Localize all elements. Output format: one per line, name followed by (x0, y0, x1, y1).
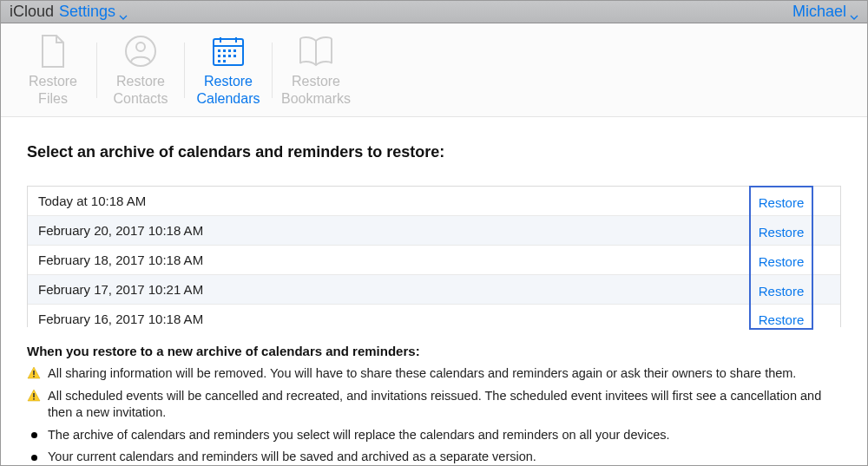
toolbar-item-label: Contacts (97, 90, 184, 107)
info-list: All sharing information will be removed.… (27, 365, 841, 466)
svg-rect-13 (233, 55, 236, 57)
warning-icon (27, 366, 41, 380)
restore-button[interactable]: Restore (751, 276, 812, 305)
toolbar-item-label: Restore (10, 73, 96, 89)
archive-timestamp: February 16, 2017 10:18 AM (38, 312, 830, 326)
restore-button[interactable]: Restore (751, 217, 812, 246)
archive-row[interactable]: Today at 10:18 AM (28, 187, 840, 216)
toolbar: Restore Files Restore Contacts (1, 23, 867, 117)
toolbar-item-label: Restore (97, 73, 184, 89)
calendar-icon (185, 33, 272, 69)
settings-label: Settings (59, 3, 115, 21)
svg-rect-7 (223, 49, 226, 52)
info-text: The archive of calendars and reminders y… (48, 427, 670, 444)
person-circle-icon (97, 33, 184, 69)
svg-rect-19 (33, 398, 35, 400)
info-item: All sharing information will be removed.… (27, 365, 841, 383)
file-icon (10, 33, 96, 69)
chevron-down-icon (850, 8, 858, 16)
svg-rect-6 (218, 49, 220, 52)
chevron-down-icon (119, 8, 128, 16)
toolbar-restore-contacts[interactable]: Restore Contacts (97, 26, 184, 113)
content-area: Select an archive of calendars and remin… (1, 117, 867, 466)
restore-button[interactable]: Restore (751, 246, 812, 276)
page-heading: Select an archive of calendars and remin… (27, 143, 841, 161)
archive-row[interactable]: February 20, 2017 10:18 AM (28, 216, 840, 246)
archive-timestamp: February 20, 2017 10:18 AM (38, 223, 830, 238)
restore-column-highlight: Restore Restore Restore Restore Restore (749, 186, 813, 330)
toolbar-item-label: Files (10, 90, 96, 107)
svg-rect-10 (218, 55, 220, 57)
toolbar-item-label: Bookmarks (273, 90, 359, 107)
bullet-icon (27, 429, 41, 443)
info-item: All scheduled events will be cancelled a… (27, 388, 841, 422)
info-item: The archive of calendars and reminders y… (27, 427, 841, 444)
archive-timestamp: February 17, 2017 10:21 AM (38, 282, 830, 297)
book-icon (273, 33, 359, 69)
toolbar-item-label: Calendars (185, 90, 272, 107)
toolbar-item-label: Restore (185, 73, 272, 89)
archive-row[interactable]: February 17, 2017 10:21 AM (28, 275, 840, 305)
svg-rect-18 (33, 393, 35, 397)
archive-table: Today at 10:18 AM February 20, 2017 10:1… (27, 186, 841, 327)
bullet-icon (27, 450, 41, 464)
info-text: All sharing information will be removed.… (48, 365, 796, 383)
svg-rect-11 (223, 55, 226, 57)
svg-rect-12 (228, 55, 231, 57)
svg-rect-14 (218, 60, 220, 62)
user-dropdown[interactable]: Michael (792, 3, 858, 21)
warning-icon (27, 389, 41, 403)
svg-point-1 (136, 43, 145, 51)
info-item: Your current calendars and reminders wil… (27, 449, 841, 466)
restore-button[interactable]: Restore (751, 187, 812, 217)
brand-label: iCloud (10, 3, 54, 21)
svg-rect-9 (233, 49, 236, 52)
settings-dropdown[interactable]: Settings (59, 3, 128, 21)
info-heading: When you restore to a new archive of cal… (27, 344, 841, 358)
info-text: Your current calendars and reminders wil… (48, 449, 536, 466)
archive-row[interactable]: February 16, 2017 10:18 AM (28, 305, 840, 327)
window-frame: iCloud Settings Michael Restore Files (0, 0, 868, 466)
archive-timestamp: February 18, 2017 10:18 AM (38, 253, 830, 267)
svg-rect-17 (33, 376, 35, 377)
toolbar-restore-files[interactable]: Restore Files (10, 26, 96, 113)
svg-rect-8 (228, 49, 231, 52)
archive-row[interactable]: February 18, 2017 10:18 AM (28, 246, 840, 275)
toolbar-item-label: Restore (273, 73, 359, 89)
titlebar: iCloud Settings Michael (1, 1, 867, 23)
info-text: All scheduled events will be cancelled a… (48, 388, 841, 422)
toolbar-restore-calendars[interactable]: Restore Calendars (185, 26, 272, 113)
archive-timestamp: Today at 10:18 AM (38, 194, 830, 208)
svg-rect-16 (33, 371, 35, 375)
restore-button[interactable]: Restore (751, 305, 812, 328)
svg-rect-15 (223, 60, 226, 62)
toolbar-restore-bookmarks[interactable]: Restore Bookmarks (273, 26, 359, 113)
archive-list-container: Today at 10:18 AM February 20, 2017 10:1… (27, 186, 841, 330)
user-name-label: Michael (792, 3, 846, 21)
